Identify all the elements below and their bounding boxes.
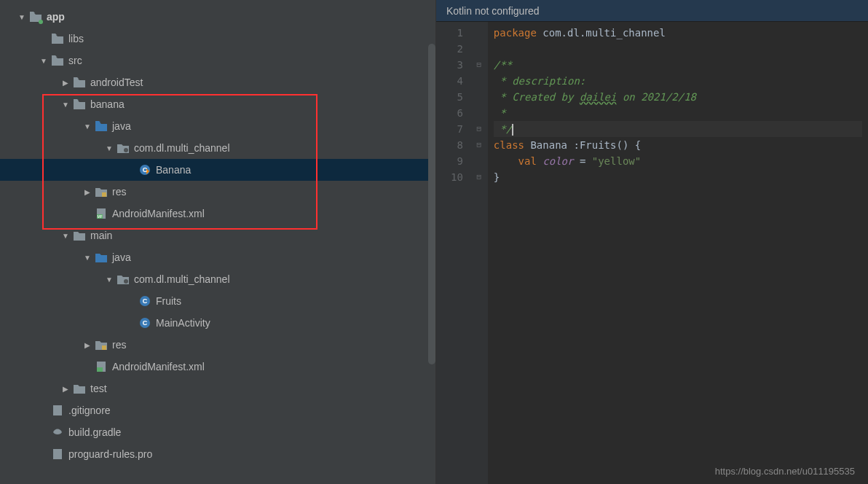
- watermark-text: https://blog.csdn.net/u011195535: [715, 466, 855, 477]
- tree-item-proguard[interactable]: proguard-rules.pro: [0, 443, 435, 465]
- file-tree: app libs src androidTest banana java: [0, 0, 435, 465]
- expand-arrow-icon[interactable]: [36, 57, 51, 65]
- tree-label: proguard-rules.pro: [68, 448, 152, 460]
- code-token: on 2021/2/18: [616, 91, 696, 103]
- banner-text: Kotlin not configured: [446, 5, 540, 17]
- expand-arrow-icon[interactable]: [80, 188, 95, 196]
- fold-icon[interactable]: ⊟: [470, 121, 488, 137]
- tree-label: banana: [90, 98, 125, 110]
- folder-icon: [51, 32, 64, 45]
- line-number: 10: [451, 169, 463, 185]
- tree-label: java: [112, 251, 131, 263]
- tree-item-res[interactable]: res: [0, 181, 435, 203]
- tree-label: test: [90, 383, 107, 394]
- tree-label: res: [112, 339, 126, 351]
- tree-item-java[interactable]: java: [0, 115, 435, 137]
- expand-arrow-icon[interactable]: [58, 79, 73, 87]
- expand-arrow-icon[interactable]: [80, 122, 95, 130]
- tree-label: com.dl.multi_channel: [134, 273, 230, 285]
- code-token: :Fruits() {: [573, 139, 641, 151]
- source-folder-icon: [95, 251, 108, 264]
- tree-label: Fruits: [156, 295, 181, 307]
- resource-folder-icon: [95, 338, 108, 351]
- line-number: 8: [451, 137, 463, 153]
- tree-label: Banana: [156, 164, 191, 176]
- tree-label: libs: [68, 33, 84, 44]
- line-number: 2: [451, 41, 463, 57]
- manifest-icon: MF: [95, 207, 108, 220]
- fold-icon[interactable]: ⊟: [470, 57, 488, 73]
- gradle-icon: [51, 426, 64, 439]
- fold-icon[interactable]: ⊟: [470, 169, 488, 185]
- tree-item-package[interactable]: com.dl.multi_channel: [0, 137, 435, 159]
- tree-item-main-manifest[interactable]: AndroidManifest.xml: [0, 356, 435, 378]
- tree-item-mainactivity[interactable]: C MainActivity: [0, 312, 435, 334]
- text-cursor: [512, 124, 513, 136]
- svg-rect-3: [102, 192, 106, 197]
- svg-point-0: [124, 148, 128, 152]
- package-icon: [117, 141, 130, 155]
- tree-item-banana[interactable]: banana: [0, 93, 435, 115]
- line-number: 4: [451, 73, 463, 89]
- code-token: val: [494, 155, 537, 167]
- tree-label: res: [112, 186, 126, 198]
- tree-item-main-res[interactable]: res: [0, 334, 435, 356]
- tree-item-main-package[interactable]: com.dl.multi_channel: [0, 268, 435, 290]
- tree-item-androidtest[interactable]: androidTest: [0, 71, 435, 93]
- code-token: * description:: [494, 75, 585, 87]
- tree-label: app: [47, 11, 65, 23]
- expand-arrow-icon[interactable]: [102, 144, 117, 152]
- expand-arrow-icon[interactable]: [58, 385, 73, 393]
- tree-item-gitignore[interactable]: .gitignore: [0, 399, 435, 421]
- tree-item-fruits[interactable]: C Fruits: [0, 290, 435, 312]
- tree-label: .gitignore: [68, 405, 111, 416]
- svg-text:C: C: [143, 319, 148, 327]
- svg-text:MF: MF: [97, 214, 102, 219]
- tree-item-manifest[interactable]: MF AndroidManifest.xml: [0, 203, 435, 225]
- code-editor-panel: Kotlin not configured 1 2 3 4 5 6 7 8 9 …: [435, 0, 868, 484]
- tree-item-test[interactable]: test: [0, 378, 435, 399]
- svg-point-7: [124, 279, 128, 284]
- notification-banner[interactable]: Kotlin not configured: [436, 0, 868, 22]
- tree-item-buildgradle[interactable]: build.gradle: [0, 421, 435, 443]
- tree-item-src[interactable]: src: [0, 50, 435, 71]
- tree-item-app[interactable]: app: [0, 6, 435, 28]
- svg-rect-14: [97, 367, 103, 372]
- expand-arrow-icon[interactable]: [58, 232, 73, 240]
- tree-label: build.gradle: [68, 426, 121, 438]
- line-number: 3: [451, 57, 463, 73]
- manifest-icon: [95, 360, 108, 373]
- tree-label: AndroidManifest.xml: [112, 208, 205, 219]
- fold-icon[interactable]: ⊟: [470, 137, 488, 153]
- folder-icon: [73, 98, 86, 111]
- project-tree-panel: app libs src androidTest banana java: [0, 0, 435, 484]
- code-area[interactable]: 1 2 3 4 5 6 7 8 9 10 ⊟ ⊟⊟ ⊟ package com.…: [436, 22, 868, 484]
- expand-arrow-icon[interactable]: [80, 254, 95, 262]
- code-token: "yellow": [592, 155, 641, 167]
- svg-rect-15: [53, 405, 62, 415]
- folder-icon: [73, 382, 86, 395]
- code-token: =: [573, 155, 591, 167]
- code-token: package: [494, 27, 537, 39]
- tree-label: src: [68, 55, 82, 66]
- code-token: class: [494, 139, 524, 151]
- code-token: /**: [494, 59, 512, 71]
- expand-arrow-icon[interactable]: [80, 341, 95, 349]
- file-icon: [51, 448, 64, 461]
- code-content[interactable]: package com.dl.multi_channel /** * descr…: [488, 22, 868, 484]
- code-token: color: [537, 155, 574, 167]
- folder-icon: [73, 76, 86, 89]
- tree-item-libs[interactable]: libs: [0, 28, 435, 50]
- expand-arrow-icon[interactable]: [102, 276, 117, 284]
- code-token: *: [494, 107, 506, 119]
- tree-item-main[interactable]: main: [0, 225, 435, 246]
- tree-item-main-java[interactable]: java: [0, 246, 435, 268]
- expand-arrow-icon[interactable]: [15, 13, 29, 21]
- tree-label: java: [112, 120, 131, 132]
- svg-rect-12: [102, 346, 106, 350]
- tree-item-banana-class[interactable]: C Banana: [0, 159, 435, 181]
- scrollbar[interactable]: [428, 44, 435, 364]
- expand-arrow-icon[interactable]: [58, 101, 73, 109]
- line-number-gutter: 1 2 3 4 5 6 7 8 9 10: [436, 22, 470, 484]
- folder-icon: [51, 54, 64, 67]
